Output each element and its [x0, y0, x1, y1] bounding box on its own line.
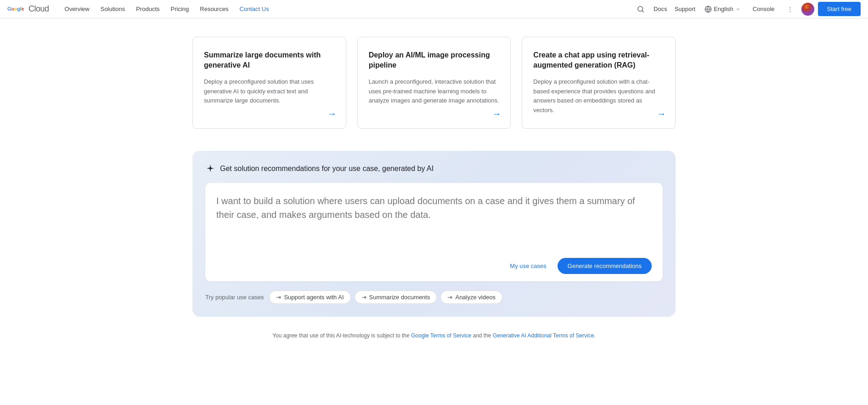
- solution-cards: Summarize large documents with generativ…: [192, 37, 676, 129]
- nav-contact-us[interactable]: Contact Us: [235, 3, 273, 15]
- avatar[interactable]: [801, 3, 814, 16]
- ai-input-actions: My use cases Generate recommendations: [216, 258, 652, 274]
- card-rag-title: Create a chat app using retrieval-augmen…: [533, 50, 664, 71]
- google-cloud-logo[interactable]: Google Cloud: [7, 4, 49, 14]
- card-summarize-title: Summarize large documents with generativ…: [204, 50, 335, 71]
- popular-use-cases: Try popular use cases ⇥ Support agents w…: [205, 291, 663, 304]
- nav-products[interactable]: Products: [131, 3, 164, 15]
- language-selector[interactable]: English: [701, 4, 744, 15]
- svg-point-5: [801, 3, 814, 16]
- svg-text:Google: Google: [7, 6, 24, 11]
- nav-right: Docs Support English Console ⋮: [633, 2, 861, 17]
- chevron-down-icon: [735, 6, 741, 12]
- card-rag-chat[interactable]: Create a chat app using retrieval-augmen…: [522, 37, 676, 129]
- card-summarize-arrow: →: [327, 108, 337, 119]
- nav-resources[interactable]: Resources: [195, 3, 233, 15]
- chip-icon-1: ⇥: [361, 294, 366, 301]
- ai-recommendations-section: Get solution recommendations for your us…: [192, 151, 676, 317]
- card-aiml-title: Deploy an AI/ML image processing pipelin…: [369, 50, 500, 71]
- google-tos-link[interactable]: Google Terms of Service: [411, 332, 471, 339]
- google-logo: Google: [7, 6, 26, 13]
- terms-between: and the: [471, 332, 493, 339]
- navbar: Google Cloud Overview Solutions Products…: [0, 0, 868, 18]
- support-link[interactable]: Support: [673, 3, 698, 15]
- main-content: Summarize large documents with generativ…: [181, 18, 687, 368]
- start-free-button[interactable]: Start free: [818, 2, 861, 16]
- chip-support-agents[interactable]: ⇥ Support agents with AI: [269, 291, 350, 304]
- nav-pricing[interactable]: Pricing: [166, 3, 194, 15]
- popular-label: Try popular use cases: [205, 294, 264, 301]
- chip-label-2: Analyze videos: [455, 294, 495, 301]
- card-summarize-desc: Deploy a preconfigured solution that use…: [204, 77, 335, 117]
- card-aiml-arrow: →: [492, 108, 501, 119]
- terms-section: You agree that use of this AI-technology…: [192, 331, 676, 340]
- ai-section-title: Get solution recommendations for your us…: [220, 165, 434, 173]
- my-use-cases-button[interactable]: My use cases: [504, 259, 552, 273]
- chip-icon-2: ⇥: [447, 294, 452, 301]
- cloud-logo-text: Cloud: [28, 4, 49, 14]
- nav-links: Overview Solutions Products Pricing Reso…: [60, 3, 633, 15]
- chip-analyze-videos[interactable]: ⇥ Analyze videos: [440, 291, 502, 304]
- terms-suffix: .: [594, 332, 595, 339]
- terms-prefix: You agree that use of this AI-technology…: [272, 332, 411, 339]
- svg-point-1: [638, 6, 643, 11]
- search-button[interactable]: [633, 2, 648, 17]
- chip-label-0: Support agents with AI: [284, 294, 344, 301]
- nav-overview[interactable]: Overview: [60, 3, 94, 15]
- nav-solutions[interactable]: Solutions: [96, 3, 130, 15]
- console-link[interactable]: Console: [748, 3, 779, 15]
- docs-link[interactable]: Docs: [652, 3, 669, 15]
- card-aiml-pipeline[interactable]: Deploy an AI/ML image processing pipelin…: [357, 37, 511, 129]
- globe-icon: [705, 6, 712, 13]
- card-summarize-docs[interactable]: Summarize large documents with generativ…: [192, 37, 346, 129]
- generative-ai-tos-link[interactable]: Generative AI Additional Terms of Servic…: [493, 332, 594, 339]
- more-options-button[interactable]: ⋮: [783, 2, 798, 17]
- card-rag-desc: Deploy a preconfigured solution with a c…: [533, 77, 664, 117]
- use-case-input[interactable]: [216, 194, 652, 249]
- sparkle-icon: [205, 164, 215, 174]
- ai-input-card: My use cases Generate recommendations: [205, 183, 663, 281]
- svg-line-2: [643, 11, 644, 12]
- card-rag-arrow: →: [657, 108, 666, 119]
- chip-icon-0: ⇥: [276, 294, 281, 301]
- chip-summarize-docs[interactable]: ⇥ Summarize documents: [355, 291, 437, 304]
- language-label: English: [714, 6, 733, 12]
- chip-label-1: Summarize documents: [369, 294, 430, 301]
- card-aiml-desc: Launch a preconfigured, interactive solu…: [369, 77, 500, 117]
- popular-chips: ⇥ Support agents with AI ⇥ Summarize doc…: [269, 291, 502, 304]
- generate-recommendations-button[interactable]: Generate recommendations: [558, 258, 652, 274]
- ai-section-header: Get solution recommendations for your us…: [205, 164, 663, 174]
